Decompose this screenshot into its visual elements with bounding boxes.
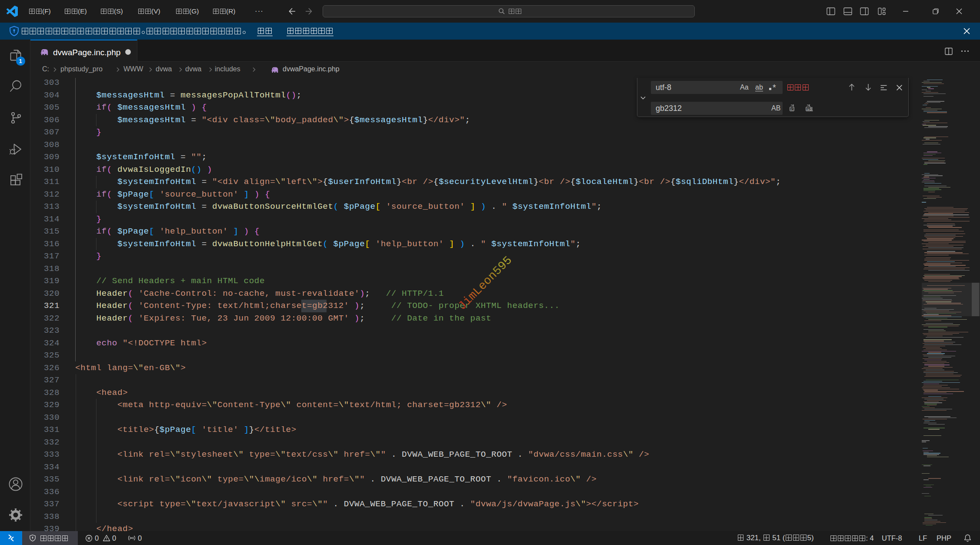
svg-text:ac: ac — [807, 107, 811, 111]
svg-text:c: c — [791, 107, 793, 111]
